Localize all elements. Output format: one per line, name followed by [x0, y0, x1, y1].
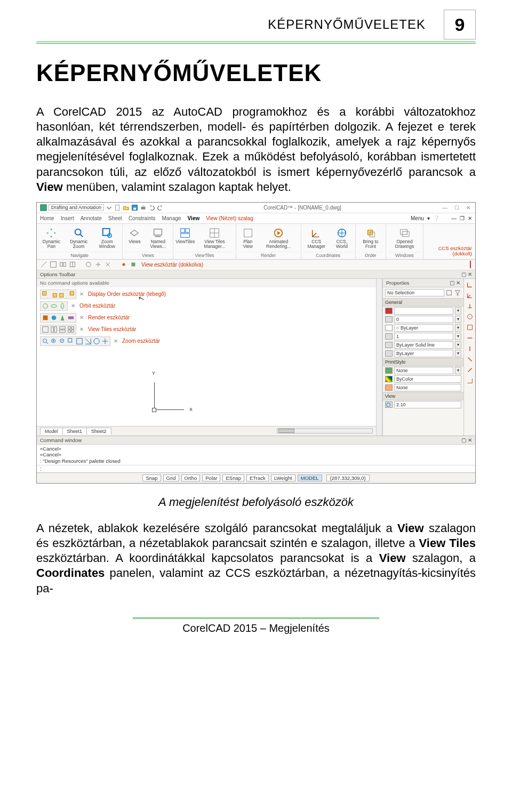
- tool-icon[interactable]: [94, 261, 102, 268]
- ccs-tool-icon[interactable]: [466, 356, 474, 363]
- print-icon[interactable]: [140, 204, 147, 211]
- tool-icon[interactable]: [120, 261, 127, 268]
- orbit-toolbar[interactable]: ✕ Orbit eszköztár: [40, 301, 376, 311]
- tool-icon[interactable]: [130, 261, 137, 268]
- tool-icon[interactable]: [69, 261, 76, 268]
- named-views-button[interactable]: Named Views...: [146, 226, 170, 250]
- ccs-manager-button[interactable]: CCS Manager: [304, 226, 329, 250]
- tab-sheet1[interactable]: Sheet1: [62, 428, 87, 435]
- command-input[interactable]: :: [37, 465, 475, 472]
- open-icon[interactable]: [123, 204, 130, 211]
- doc-restore-icon[interactable]: ❐: [460, 215, 465, 221]
- chevron-down-icon[interactable]: ▾: [427, 215, 430, 221]
- status-toggle-lweight[interactable]: LWeight: [271, 475, 295, 481]
- tab-sheet2[interactable]: Sheet2: [86, 428, 111, 435]
- status-toggle-snap[interactable]: Snap: [142, 475, 161, 481]
- quick-access-toolbar[interactable]: Drafting and Annotation: [40, 204, 164, 211]
- selection-dropdown[interactable]: No Selection: [385, 289, 444, 296]
- drawing-canvas[interactable]: ↖ ✕ Display Order eszköztár (lebegő) ✕ O…: [37, 287, 376, 426]
- workspace-selector[interactable]: Drafting and Annotation: [49, 204, 104, 211]
- tool-icon[interactable]: [50, 261, 57, 268]
- ccs-tool-icon[interactable]: [466, 281, 474, 288]
- zoom-toolbar[interactable]: ✕ Zoom eszköztár: [40, 336, 376, 346]
- tab-annotate[interactable]: Annotate: [81, 215, 102, 221]
- help-icon[interactable]: ❔: [433, 215, 439, 221]
- tool-icon[interactable]: [104, 261, 111, 268]
- viewtiles-toolbar[interactable]: ✕ View Tiles eszköztár: [40, 325, 376, 334]
- render-toolbar[interactable]: ✕ Render eszköztár: [40, 313, 376, 323]
- tab-home[interactable]: Home: [40, 215, 54, 221]
- ccs-tool-icon[interactable]: [466, 292, 474, 299]
- plan-view-button[interactable]: Plan View: [239, 226, 257, 250]
- property-row[interactable]: ByLayer▾: [383, 349, 463, 358]
- close-icon[interactable]: ✕: [79, 315, 84, 320]
- undo-icon[interactable]: [148, 204, 155, 211]
- redo-icon[interactable]: [157, 204, 164, 211]
- property-row[interactable]: 1▾: [383, 332, 463, 341]
- menu-dropdown-label[interactable]: Menu: [411, 215, 424, 221]
- scrollbar-vertical[interactable]: [376, 279, 382, 436]
- status-toggle-ortho[interactable]: Ortho: [181, 475, 201, 481]
- status-toggle-esnap[interactable]: ESnap: [222, 475, 244, 481]
- doc-minimize-icon[interactable]: —: [451, 215, 457, 221]
- panel-controls[interactable]: ▢ ✕: [461, 437, 472, 443]
- ccs-tool-icon[interactable]: [466, 345, 474, 352]
- ccs-tool-icon[interactable]: [466, 313, 474, 320]
- property-row[interactable]: ByColor: [383, 375, 463, 383]
- ccs-tool-icon[interactable]: [466, 377, 474, 384]
- chevron-down-icon[interactable]: [106, 204, 113, 211]
- property-row[interactable]: 0▾: [383, 315, 463, 324]
- property-row[interactable]: 2.10: [383, 400, 463, 409]
- property-row[interactable]: ByLayer Solid line▾: [383, 341, 463, 349]
- tab-view[interactable]: View: [188, 215, 200, 221]
- scrollbar-horizontal[interactable]: [277, 428, 373, 433]
- tab-model[interactable]: Model: [40, 428, 63, 435]
- ccs-tool-icon[interactable]: [466, 324, 474, 331]
- dynamic-zoom-button[interactable]: Dynamic Zoom: [66, 226, 92, 250]
- tool-icon[interactable]: [85, 261, 92, 268]
- property-row[interactable]: None: [383, 383, 463, 392]
- ccs-tool-icon[interactable]: [466, 334, 474, 342]
- panel-controls[interactable]: ▢ ✕: [450, 280, 460, 286]
- minimize-button[interactable]: —: [441, 205, 449, 211]
- close-icon[interactable]: ✕: [71, 303, 75, 309]
- close-icon[interactable]: ✕: [79, 326, 84, 332]
- tab-sheet[interactable]: Sheet: [108, 215, 122, 221]
- zoom-window-button[interactable]: Zoom Window: [94, 226, 120, 250]
- status-toggle-polar[interactable]: Polar: [202, 475, 220, 481]
- property-row[interactable]: None▾: [383, 366, 463, 375]
- tool-icon[interactable]: [59, 261, 67, 268]
- close-icon[interactable]: ✕: [79, 291, 84, 297]
- viewtiles-manager-button[interactable]: View Tiles Manager...: [196, 226, 233, 250]
- svg-rect-23: [402, 231, 409, 236]
- quickselect-icon[interactable]: [454, 289, 461, 296]
- bring-to-front-button[interactable]: Bring to Front: [358, 226, 383, 250]
- doc-close-icon[interactable]: ✕: [468, 215, 472, 221]
- animated-rendering-button[interactable]: Animated Rendering...: [259, 226, 298, 250]
- property-row[interactable]: ○ ByLayer▾: [383, 324, 463, 332]
- new-icon[interactable]: [114, 204, 121, 211]
- select-similar-icon[interactable]: [445, 289, 453, 296]
- close-button[interactable]: ✕: [465, 205, 472, 211]
- ccs-world-button[interactable]: CCS, World: [331, 226, 353, 250]
- dynamic-pan-button[interactable]: Dynamic Pan: [39, 226, 63, 250]
- svg-rect-32: [43, 292, 46, 295]
- tool-icon[interactable]: [40, 261, 47, 268]
- status-toggle-grid[interactable]: Grid: [163, 475, 179, 481]
- display-order-toolbar[interactable]: ✕ Display Order eszköztár (lebegő): [40, 290, 376, 299]
- close-icon[interactable]: ✕: [114, 338, 118, 344]
- tab-constraints[interactable]: Constraints: [129, 215, 156, 221]
- save-icon[interactable]: [131, 204, 138, 211]
- status-toggle-model[interactable]: MODEL: [298, 475, 322, 481]
- views-button[interactable]: Views: [125, 226, 143, 250]
- opened-drawings-button[interactable]: Opened Drawings: [389, 226, 421, 250]
- property-row[interactable]: ▾: [383, 307, 463, 315]
- status-toggle-etrack[interactable]: ETrack: [246, 475, 269, 481]
- maximize-button[interactable]: ☐: [453, 205, 460, 211]
- viewtiles-button[interactable]: ViewTiles: [176, 226, 194, 250]
- tab-manage[interactable]: Manage: [162, 215, 181, 221]
- ccs-tool-icon[interactable]: [466, 366, 474, 374]
- tab-insert[interactable]: Insert: [61, 215, 74, 221]
- ccs-tool-icon[interactable]: [466, 302, 474, 310]
- panel-controls[interactable]: ▢ ✕: [461, 271, 472, 277]
